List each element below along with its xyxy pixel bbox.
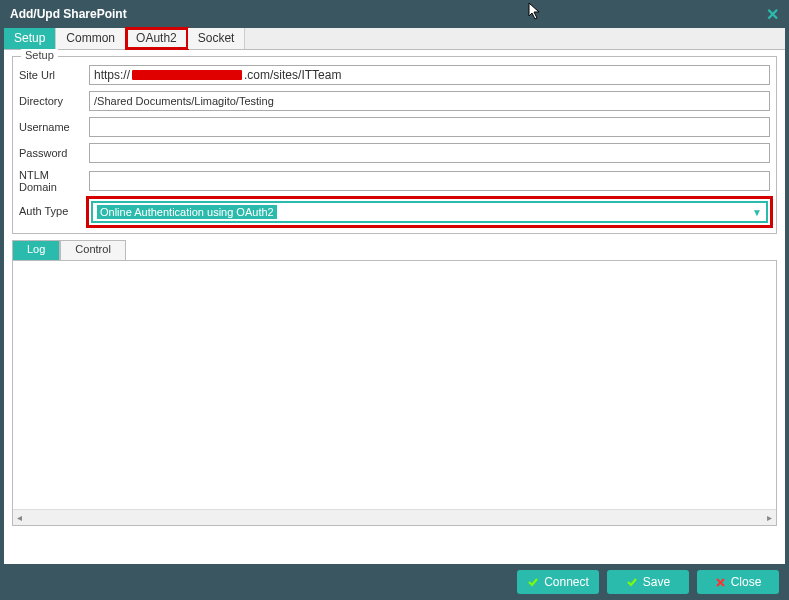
chevron-down-icon: ▼ xyxy=(752,207,762,218)
directory-input[interactable] xyxy=(89,91,770,111)
close-icon[interactable]: ✕ xyxy=(766,5,779,24)
label-password: Password xyxy=(19,147,89,159)
label-authtype: Auth Type xyxy=(19,199,89,217)
password-input[interactable] xyxy=(89,143,770,163)
footer-bar: Connect Save Close xyxy=(0,564,789,600)
siteurl-prefix: https:// xyxy=(94,68,130,82)
content-area: Setup Common OAuth2 Socket Setup Site Ur… xyxy=(4,28,785,596)
tab-oauth2[interactable]: OAuth2 xyxy=(126,28,188,49)
username-input[interactable] xyxy=(89,117,770,137)
tab-common[interactable]: Common xyxy=(56,28,126,49)
label-username: Username xyxy=(19,121,89,133)
log-tabs: Log Control xyxy=(12,240,777,260)
row-username: Username xyxy=(19,117,770,137)
siteurl-redacted xyxy=(132,70,242,80)
row-siteurl: Site Url https:// .com/sites/ITTeam xyxy=(19,65,770,85)
connect-button[interactable]: Connect xyxy=(517,570,599,594)
tab-log[interactable]: Log xyxy=(12,240,60,260)
close-label: Close xyxy=(731,575,762,589)
main-tabs: Setup Common OAuth2 Socket xyxy=(4,28,785,50)
check-icon xyxy=(527,576,539,588)
x-icon xyxy=(715,577,726,588)
ntlm-input[interactable] xyxy=(89,171,770,191)
label-ntlm: NTLM Domain xyxy=(19,169,89,193)
title-bar: Add/Upd SharePoint ✕ xyxy=(0,0,789,28)
siteurl-input[interactable]: https:// .com/sites/ITTeam xyxy=(89,65,770,85)
scroll-left-icon[interactable]: ◂ xyxy=(13,512,26,523)
label-directory: Directory xyxy=(19,95,89,107)
close-button[interactable]: Close xyxy=(697,570,779,594)
authtype-highlight: Online Authentication using OAuth2 ▼ xyxy=(89,199,770,225)
connect-label: Connect xyxy=(544,575,589,589)
save-button[interactable]: Save xyxy=(607,570,689,594)
log-textarea[interactable]: ◂ ▸ xyxy=(12,260,777,526)
scroll-right-icon[interactable]: ▸ xyxy=(763,512,776,523)
window-title: Add/Upd SharePoint xyxy=(10,7,127,21)
tab-setup[interactable]: Setup xyxy=(4,28,56,49)
save-label: Save xyxy=(643,575,670,589)
authtype-dropdown[interactable]: Online Authentication using OAuth2 ▼ xyxy=(91,201,768,223)
tab-socket[interactable]: Socket xyxy=(188,28,246,49)
label-siteurl: Site Url xyxy=(19,69,89,81)
setup-fieldset: Setup Site Url https:// .com/sites/ITTea… xyxy=(12,56,777,234)
siteurl-suffix: .com/sites/ITTeam xyxy=(244,68,341,82)
check-icon xyxy=(626,576,638,588)
tab-control[interactable]: Control xyxy=(60,240,125,260)
row-authtype: Auth Type Online Authentication using OA… xyxy=(19,199,770,225)
fieldset-legend: Setup xyxy=(21,49,58,61)
horizontal-scrollbar[interactable]: ◂ ▸ xyxy=(13,509,776,525)
log-area: Log Control ◂ ▸ xyxy=(12,240,777,526)
row-directory: Directory xyxy=(19,91,770,111)
row-password: Password xyxy=(19,143,770,163)
row-ntlm: NTLM Domain xyxy=(19,169,770,193)
authtype-selected: Online Authentication using OAuth2 xyxy=(97,205,277,219)
